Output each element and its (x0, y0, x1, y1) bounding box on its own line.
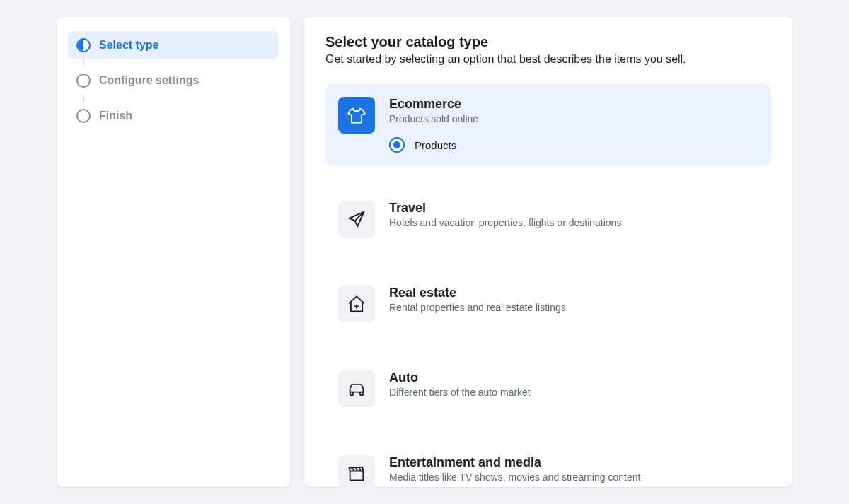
step-connector (83, 95, 84, 102)
option-title: Entertainment and media (389, 455, 758, 470)
option-desc: Different tiers of the auto market (389, 387, 758, 398)
sidebar: Select type Configure settings Finish (57, 17, 290, 487)
option-title: Travel (389, 201, 758, 216)
option-title: Auto (389, 370, 758, 385)
option-body: Real estate Rental properties and real e… (389, 286, 758, 322)
step-indicator-icon (76, 74, 91, 88)
step-select-type[interactable]: Select type (68, 31, 279, 59)
step-connector (83, 59, 84, 66)
car-icon (338, 370, 375, 407)
page-subtitle: Get started by selecting an option that … (325, 53, 771, 66)
main-panel: Select your catalog type Get started by … (304, 17, 792, 487)
option-body: Travel Hotels and vacation properties, f… (389, 201, 758, 238)
clapperboard-icon (338, 455, 375, 492)
option-title: Ecommerce (389, 97, 758, 112)
radio-products[interactable]: Products (389, 137, 758, 153)
radio-label: Products (415, 139, 456, 151)
option-body: Entertainment and media Media titles lik… (389, 455, 758, 492)
house-icon (338, 286, 375, 322)
step-indicator-icon (76, 38, 91, 52)
catalog-options: Ecommerce Products sold online Products … (325, 84, 771, 504)
option-desc: Rental properties and real estate listin… (389, 302, 758, 313)
option-title: Real estate (389, 286, 758, 300)
page-title: Select your catalog type (325, 34, 771, 50)
step-label: Configure settings (99, 74, 199, 87)
airplane-icon (338, 201, 375, 238)
step-label: Select type (99, 39, 158, 52)
option-body: Auto Different tiers of the auto market (389, 370, 758, 407)
tshirt-icon (338, 97, 375, 134)
step-finish[interactable]: Finish (68, 102, 279, 130)
option-ecommerce[interactable]: Ecommerce Products sold online Products (325, 84, 771, 165)
option-real-estate[interactable]: Real estate Rental properties and real e… (325, 273, 771, 335)
option-travel[interactable]: Travel Hotels and vacation properties, f… (325, 188, 771, 250)
option-desc: Media titles like TV shows, movies and s… (389, 471, 758, 483)
step-indicator-icon (76, 109, 91, 123)
option-entertainment[interactable]: Entertainment and media Media titles lik… (325, 443, 771, 504)
radio-icon (389, 137, 405, 153)
option-body: Ecommerce Products sold online Products (389, 97, 758, 153)
step-label: Finish (99, 110, 132, 122)
option-auto[interactable]: Auto Different tiers of the auto market (325, 358, 771, 420)
step-configure-settings[interactable]: Configure settings (68, 66, 279, 95)
option-desc: Products sold online (389, 113, 758, 124)
option-desc: Hotels and vacation properties, flights … (389, 217, 758, 228)
